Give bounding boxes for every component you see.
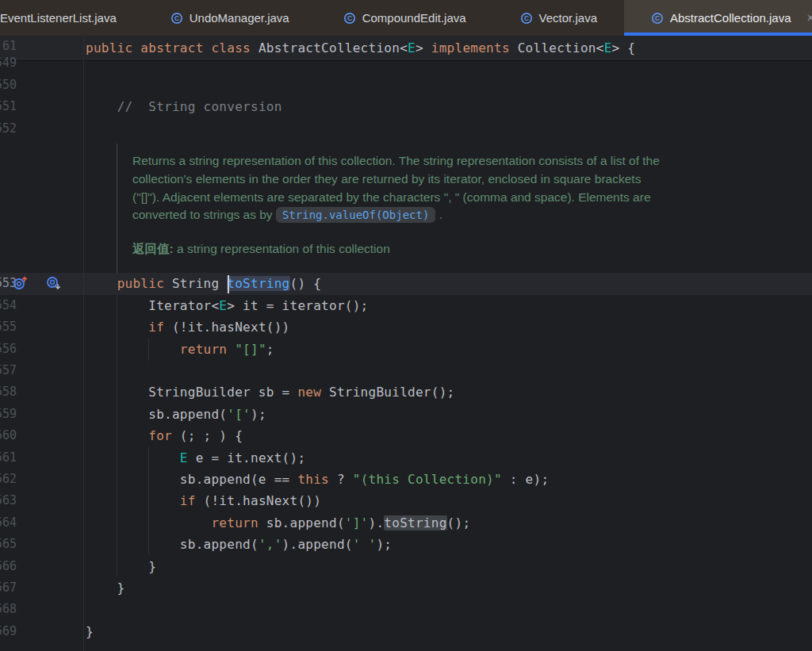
text-caret xyxy=(228,275,229,293)
line-number-554[interactable]: 554 xyxy=(0,295,17,316)
code-line-558[interactable]: StringBuilder sb = new StringBuilder(); xyxy=(86,381,454,403)
tab-EventListenerList-java[interactable]: CEventListenerList.java xyxy=(0,0,144,36)
doc-line: collection's elements in the order they … xyxy=(132,170,660,189)
code-line-559[interactable]: sb.append('['); xyxy=(86,404,266,425)
code-line-554[interactable]: Iterator<E> it = iterator(); xyxy=(86,295,369,316)
doc-returns-line: 返回值: a string representation of this col… xyxy=(132,240,660,258)
class-icon: C xyxy=(170,12,183,25)
line-number-567[interactable]: 567 xyxy=(0,577,17,599)
doc-comment: Returns a string representation of this … xyxy=(132,152,660,258)
code-line-555[interactable]: if (!it.hasNext()) xyxy=(86,316,290,338)
svg-text:C: C xyxy=(524,14,529,22)
line-number-565[interactable]: 565 xyxy=(0,534,17,555)
code-line-561[interactable]: E e = it.next(); xyxy=(86,447,305,469)
code-line-562[interactable]: sb.append(e == this ? "(this Collection)… xyxy=(86,469,549,490)
line-number-561[interactable]: 561 xyxy=(0,447,17,469)
class-icon: C xyxy=(520,12,533,25)
line-number-564[interactable]: 564 xyxy=(0,512,17,534)
code-editor[interactable]: 549550551 // String conversion552553 pub… xyxy=(0,0,812,651)
sticky-class-header[interactable]: 61 public abstract class AbstractCollect… xyxy=(0,36,812,61)
code-line-564[interactable]: return sb.append(']').toString(); xyxy=(86,512,470,534)
class-icon: C xyxy=(651,12,664,25)
code-line-566[interactable]: } xyxy=(86,556,156,577)
line-number-560[interactable]: 560 xyxy=(0,425,17,446)
tab-label: AbstractCollection.java xyxy=(670,11,791,25)
line-number-558[interactable]: 558 xyxy=(0,381,17,403)
line-number-555[interactable]: 555 xyxy=(0,316,17,338)
override-up-icon[interactable] xyxy=(13,275,29,294)
line-number-568[interactable]: 568 xyxy=(0,599,17,620)
line-number-556[interactable]: 556 xyxy=(0,339,17,360)
tab-UndoManager-java[interactable]: CUndoManager.java xyxy=(144,0,316,36)
doc-line: ("[]"). Adjacent elements are separated … xyxy=(132,189,660,207)
doc-line: Returns a string representation of this … xyxy=(132,152,660,170)
code-line-569[interactable]: } xyxy=(86,621,94,642)
code-line-551[interactable]: // String conversion xyxy=(86,96,282,117)
code-line-565[interactable]: sb.append(',').append(' '); xyxy=(86,534,392,555)
code-line-556[interactable]: return "[]"; xyxy=(86,339,274,360)
line-number-569[interactable]: 569 xyxy=(0,621,17,642)
sticky-code-line: public abstract class AbstractCollection… xyxy=(86,37,635,59)
code-line-560[interactable]: for (; ; ) { xyxy=(86,425,243,446)
code-line-553[interactable]: public String toString() { xyxy=(86,273,321,294)
line-number-551[interactable]: 551 xyxy=(0,96,17,117)
tab-CompoundEdit-java[interactable]: CCompoundEdit.java xyxy=(316,0,493,36)
overridden-down-icon[interactable] xyxy=(46,275,62,294)
line-number-566[interactable]: 566 xyxy=(0,556,17,577)
gutter-separator xyxy=(83,36,84,651)
line-number-563[interactable]: 563 xyxy=(0,490,17,511)
code-line-563[interactable]: if (!it.hasNext()) xyxy=(86,490,321,511)
line-number-557[interactable]: 557 xyxy=(0,360,17,381)
tab-strip: CEventListenerList.javaCUndoManager.java… xyxy=(0,0,812,36)
tab-AbstractCollection-java[interactable]: CAbstractCollection.java× xyxy=(624,0,812,36)
doc-comment-guide xyxy=(117,144,117,273)
inline-code-chip: String.valueOf(Object) xyxy=(276,207,435,223)
tab-label: Vector.java xyxy=(539,11,597,25)
svg-text:C: C xyxy=(347,14,352,22)
doc-line: converted to strings as by String.valueO… xyxy=(132,206,660,224)
line-number-552[interactable]: 552 xyxy=(0,118,17,140)
editor-tab-bar: CEventListenerList.javaCUndoManager.java… xyxy=(0,0,812,36)
tab-label: CompoundEdit.java xyxy=(362,11,466,25)
line-number-550[interactable]: 550 xyxy=(0,75,17,96)
sticky-line-number: 61 xyxy=(0,36,17,57)
svg-text:C: C xyxy=(174,14,179,22)
tab-label: EventListenerList.java xyxy=(0,11,117,25)
line-number-559[interactable]: 559 xyxy=(0,404,17,425)
returns-label: 返回值: xyxy=(132,242,174,255)
tab-Vector-java[interactable]: CVector.java xyxy=(493,0,624,36)
class-icon: C xyxy=(343,12,356,25)
tab-label: UndoManager.java xyxy=(190,11,289,25)
line-number-562[interactable]: 562 xyxy=(0,469,17,490)
code-line-567[interactable]: } xyxy=(86,577,125,599)
svg-text:C: C xyxy=(655,14,660,22)
close-tab-icon[interactable]: × xyxy=(807,12,812,25)
